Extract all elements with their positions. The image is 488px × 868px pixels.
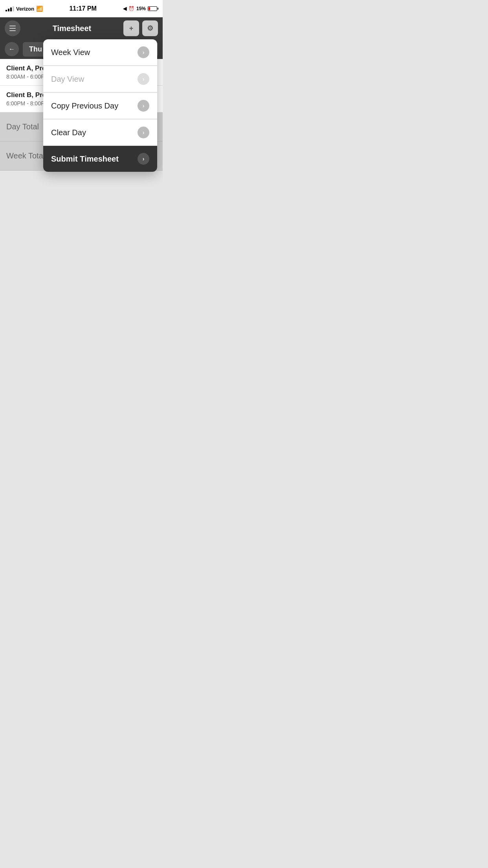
status-left: Verizon 📶 bbox=[6, 6, 43, 12]
dropdown-chevron-clear-day: › bbox=[138, 127, 149, 138]
battery-percent: 15% bbox=[136, 6, 146, 11]
nav-actions: + ⚙ bbox=[123, 20, 158, 36]
dropdown-label-submit: Submit Timesheet bbox=[51, 154, 119, 164]
alarm-icon: ⏰ bbox=[128, 6, 134, 11]
day-total-label: Day Total bbox=[6, 122, 39, 131]
hamburger-icon bbox=[9, 26, 16, 31]
dropdown-item-clear-day[interactable]: Clear Day › bbox=[43, 120, 157, 146]
hamburger-line-3 bbox=[9, 30, 16, 31]
dropdown-item-week-view[interactable]: Week View › bbox=[43, 39, 157, 66]
hamburger-line-2 bbox=[9, 28, 16, 29]
dropdown-chevron-submit: › bbox=[138, 153, 149, 165]
signal-bars bbox=[6, 6, 14, 11]
dropdown-label-clear-day: Clear Day bbox=[51, 128, 86, 137]
status-right: ◀ ⏰ 15% bbox=[123, 6, 157, 11]
dropdown-label-week-view: Week View bbox=[51, 48, 90, 57]
signal-bar-2 bbox=[8, 9, 9, 11]
back-button[interactable]: ← bbox=[5, 42, 19, 56]
add-button[interactable]: + bbox=[123, 20, 139, 36]
dropdown-item-submit[interactable]: Submit Timesheet › bbox=[43, 146, 157, 172]
wifi-icon: 📶 bbox=[36, 6, 43, 12]
battery-fill bbox=[149, 7, 150, 10]
dropdown-chevron-week-view: › bbox=[138, 46, 149, 58]
signal-bar-3 bbox=[10, 7, 12, 11]
dropdown-chevron-day-view: › bbox=[138, 73, 149, 85]
signal-bar-4 bbox=[13, 6, 14, 11]
dropdown-label-copy-previous: Copy Previous Day bbox=[51, 101, 118, 110]
dropdown-item-day-view[interactable]: Day View › bbox=[43, 66, 157, 92]
week-total-label: Week Total bbox=[6, 151, 45, 160]
menu-button[interactable] bbox=[5, 20, 20, 36]
carrier-label: Verizon bbox=[16, 6, 34, 12]
status-bar: Verizon 📶 11:17 PM ◀ ⏰ 15% bbox=[0, 0, 163, 17]
bottom-area bbox=[0, 171, 163, 328]
dropdown-menu: Week View › Day View › Copy Previous Day… bbox=[43, 39, 157, 172]
dropdown-label-day-view: Day View bbox=[51, 75, 84, 84]
location-icon: ◀ bbox=[123, 6, 127, 11]
dropdown-item-copy-previous[interactable]: Copy Previous Day › bbox=[43, 93, 157, 119]
dropdown-chevron-copy-previous: › bbox=[138, 100, 149, 112]
nav-title: Timesheet bbox=[24, 24, 119, 33]
settings-button[interactable]: ⚙ bbox=[142, 20, 158, 36]
signal-bar-1 bbox=[6, 10, 7, 11]
nav-bar: Timesheet + ⚙ bbox=[0, 17, 163, 39]
hamburger-line-1 bbox=[9, 26, 16, 26]
status-time: 11:17 PM bbox=[69, 5, 96, 12]
battery-icon bbox=[148, 6, 157, 11]
